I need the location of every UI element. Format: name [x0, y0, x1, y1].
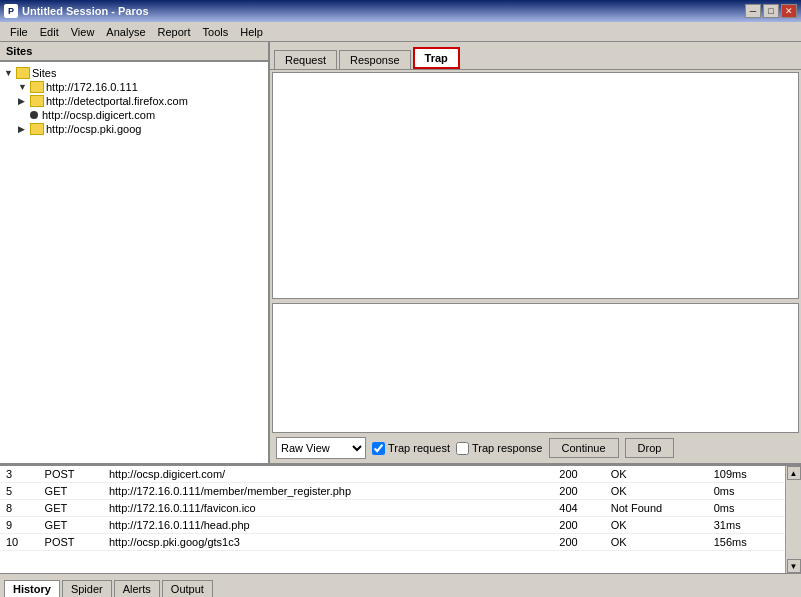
trap-upper-pane: [272, 72, 799, 299]
tree-label-sites: Sites: [32, 67, 56, 79]
table-row[interactable]: 8 GET http://172.16.0.111/favicon.ico 40…: [0, 500, 785, 517]
cell-time: 31ms: [708, 517, 785, 534]
tree-label-172: http://172.16.0.111: [46, 81, 138, 93]
menu-tools[interactable]: Tools: [197, 24, 235, 40]
trap-content: Raw View Trap request Trap response Cont…: [270, 70, 801, 463]
trap-response-label: Trap response: [472, 442, 543, 454]
tab-response[interactable]: Response: [339, 50, 411, 69]
sites-panel: Sites ▼ Sites ▼ http://172.16.0.111 ▶: [0, 42, 270, 463]
top-section: Sites ▼ Sites ▼ http://172.16.0.111 ▶: [0, 42, 801, 465]
history-tbody: 3 POST http://ocsp.digicert.com/ 200 OK …: [0, 466, 785, 551]
history-section: 3 POST http://ocsp.digicert.com/ 200 OK …: [0, 465, 801, 573]
cell-id: 8: [0, 500, 39, 517]
drop-button[interactable]: Drop: [625, 438, 675, 458]
title-buttons: ─ □ ✕: [745, 4, 797, 18]
bottom-tab-spider[interactable]: Spider: [62, 580, 112, 597]
app-icon: P: [4, 4, 18, 18]
restore-button[interactable]: □: [763, 4, 779, 18]
menu-file[interactable]: File: [4, 24, 34, 40]
cell-id: 5: [0, 483, 39, 500]
cell-url: http://172.16.0.111/favicon.ico: [103, 500, 553, 517]
menu-report[interactable]: Report: [152, 24, 197, 40]
cell-id: 10: [0, 534, 39, 551]
tree-label-digicert: http://ocsp.digicert.com: [42, 109, 155, 121]
tree-item-digicert: http://ocsp.digicert.com: [4, 108, 264, 122]
cell-url: http://172.16.0.111/head.php: [103, 517, 553, 534]
cell-url: http://172.16.0.111/member/member_regist…: [103, 483, 553, 500]
cell-code: 200: [553, 534, 604, 551]
menu-view[interactable]: View: [65, 24, 101, 40]
raw-view-select[interactable]: Raw View: [276, 437, 366, 459]
tree-label-detectportal: http://detectportal.firefox.com: [46, 95, 188, 107]
trap-toolbar: Raw View Trap request Trap response Cont…: [270, 433, 801, 463]
main-container: Sites ▼ Sites ▼ http://172.16.0.111 ▶: [0, 42, 801, 597]
cell-id: 3: [0, 466, 39, 483]
table-scrollbar[interactable]: ▲ ▼: [785, 466, 801, 573]
cell-status: OK: [605, 483, 708, 500]
scroll-up-arrow[interactable]: ▲: [787, 466, 801, 480]
bottom-tab-output[interactable]: Output: [162, 580, 213, 597]
scroll-down-arrow[interactable]: ▼: [787, 559, 801, 573]
window-title: Untitled Session - Paros: [22, 5, 149, 17]
continue-button[interactable]: Continue: [549, 438, 619, 458]
trap-response-checkbox[interactable]: [456, 442, 469, 455]
expand-icon-172[interactable]: ▼: [18, 82, 28, 92]
cell-code: 200: [553, 483, 604, 500]
bottom-tab-history[interactable]: History: [4, 580, 60, 597]
bottom-tabs: History Spider Alerts Output: [0, 573, 801, 597]
cell-method: GET: [39, 483, 103, 500]
cell-code: 404: [553, 500, 604, 517]
trap-lower-pane: [272, 303, 799, 433]
folder-icon: [16, 67, 30, 79]
trap-response-group: Trap response: [456, 442, 543, 455]
cell-status: OK: [605, 517, 708, 534]
folder-icon-pkigoog: [30, 123, 44, 135]
tree-item-detectportal: ▶ http://detectportal.firefox.com: [4, 94, 264, 108]
trap-request-group: Trap request: [372, 442, 450, 455]
cell-id: 9: [0, 517, 39, 534]
cell-url: http://ocsp.pki.goog/gts1c3: [103, 534, 553, 551]
content-panel: Request Response Trap Raw View Trap requ…: [270, 42, 801, 463]
folder-icon-detectportal: [30, 95, 44, 107]
cell-status: OK: [605, 534, 708, 551]
history-table: 3 POST http://ocsp.digicert.com/ 200 OK …: [0, 466, 785, 551]
tree-label-pkigoog: http://ocsp.pki.goog: [46, 123, 141, 135]
cell-method: GET: [39, 517, 103, 534]
minimize-button[interactable]: ─: [745, 4, 761, 18]
menu-edit[interactable]: Edit: [34, 24, 65, 40]
title-bar-left: P Untitled Session - Paros: [4, 4, 149, 18]
cell-url: http://ocsp.digicert.com/: [103, 466, 553, 483]
menu-help[interactable]: Help: [234, 24, 269, 40]
bullet-digicert: [30, 111, 38, 119]
expand-icon[interactable]: ▼: [4, 68, 14, 78]
table-row[interactable]: 9 GET http://172.16.0.111/head.php 200 O…: [0, 517, 785, 534]
cell-method: POST: [39, 466, 103, 483]
tab-request[interactable]: Request: [274, 50, 337, 69]
title-bar: P Untitled Session - Paros ─ □ ✕: [0, 0, 801, 22]
menu-analyse[interactable]: Analyse: [100, 24, 151, 40]
table-row[interactable]: 3 POST http://ocsp.digicert.com/ 200 OK …: [0, 466, 785, 483]
folder-icon-172: [30, 81, 44, 93]
close-button[interactable]: ✕: [781, 4, 797, 18]
tree-item-pkigoog: ▶ http://ocsp.pki.goog: [4, 122, 264, 136]
cell-method: POST: [39, 534, 103, 551]
expand-icon-detectportal[interactable]: ▶: [18, 96, 28, 106]
tree-item-172: ▼ http://172.16.0.111: [4, 80, 264, 94]
cell-time: 0ms: [708, 500, 785, 517]
table-row[interactable]: 10 POST http://ocsp.pki.goog/gts1c3 200 …: [0, 534, 785, 551]
tree-item-sites: ▼ Sites: [4, 66, 264, 80]
bottom-tab-alerts[interactable]: Alerts: [114, 580, 160, 597]
cell-time: 109ms: [708, 466, 785, 483]
table-row[interactable]: 5 GET http://172.16.0.111/member/member_…: [0, 483, 785, 500]
cell-method: GET: [39, 500, 103, 517]
cell-status: Not Found: [605, 500, 708, 517]
cell-status: OK: [605, 466, 708, 483]
tab-trap[interactable]: Trap: [413, 47, 460, 69]
expand-icon-pkigoog[interactable]: ▶: [18, 124, 28, 134]
sites-tab-label[interactable]: Sites: [0, 42, 268, 62]
cell-code: 200: [553, 466, 604, 483]
tabs-bar: Request Response Trap: [270, 42, 801, 70]
trap-request-label: Trap request: [388, 442, 450, 454]
sites-tree: ▼ Sites ▼ http://172.16.0.111 ▶ http://d…: [0, 62, 268, 463]
trap-request-checkbox[interactable]: [372, 442, 385, 455]
